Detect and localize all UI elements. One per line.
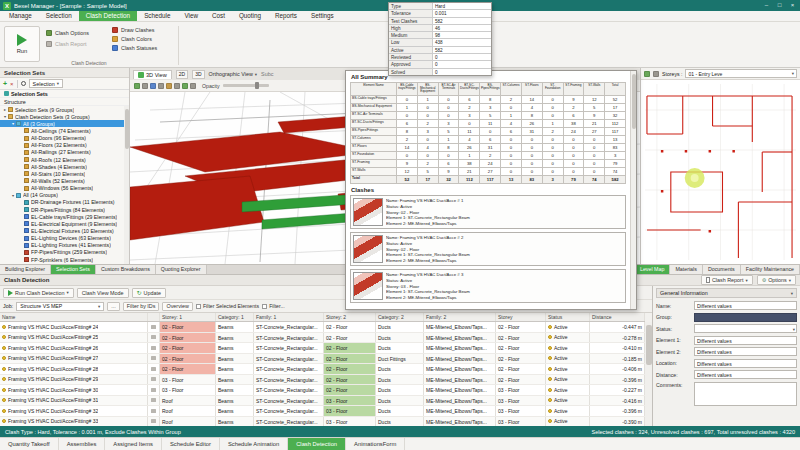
tab-facility-maintenance[interactable]: Facility Maintenance <box>741 265 800 274</box>
minimize-button[interactable]: – <box>762 1 771 10</box>
orbit-icon[interactable] <box>142 83 148 89</box>
field-input-name[interactable]: Different values <box>694 301 797 310</box>
tab-subcontractors-partial[interactable]: Subc <box>261 71 273 77</box>
tab-quantity-takeoff[interactable]: Quantity Takeoff <box>0 438 59 450</box>
filter-more-checkbox[interactable]: Filter... <box>262 303 285 309</box>
clash-options-button[interactable]: Clash Options <box>46 30 89 36</box>
field-input-location[interactable]: Different values <box>694 359 797 368</box>
field-input-group[interactable] <box>694 313 797 322</box>
maximize-button[interactable]: □ <box>775 1 784 10</box>
update-button[interactable]: ↻ Update <box>132 288 166 298</box>
tree-item-all-railings-27-elements[interactable]: All-Railings (27 Elements) <box>0 149 124 156</box>
tab-materials[interactable]: Materials <box>670 265 703 274</box>
clash-report-dropdown[interactable]: Clash Report ▾ <box>701 275 753 285</box>
tree-item-all-walls-52-elements[interactable]: All-Walls (52 Elements) <box>0 177 124 184</box>
selection-dropdown[interactable]: Selection ▾ <box>29 79 63 88</box>
add-icon[interactable]: + <box>3 80 7 87</box>
zoom-fit-icon[interactable] <box>166 83 172 89</box>
filter-ids-button[interactable]: Filter by IDs <box>123 302 160 311</box>
tree-item-el-lighting-devices-63-elements[interactable]: EL-Lighting Devices (63 Elements) <box>0 235 124 242</box>
tree-item-fp-pipes-fittings-259-elements[interactable]: FP-Pipes/Fittings (259 Elements) <box>0 249 124 256</box>
level-map-view[interactable] <box>641 80 800 264</box>
tab-assigned-items[interactable]: Assigned Items <box>105 438 162 450</box>
report-scrollbar[interactable] <box>630 71 636 309</box>
print-icon[interactable] <box>653 71 659 77</box>
structure-row[interactable]: Structure <box>0 98 129 106</box>
menu-item-cost[interactable]: Cost <box>205 11 232 21</box>
tree-item-el-cable-trays-fittings-29-elements[interactable]: EL-Cable trays/Fittings (29 Elements) <box>0 213 124 220</box>
tree-item-all-doors-96-elements[interactable]: All-Doors (96 Elements) <box>0 135 124 142</box>
clash-card[interactable]: Name: Framing VS HVAC Duct/Acce # 1Statu… <box>350 195 626 229</box>
field-input-element-1[interactable]: Different values <box>694 336 797 345</box>
clash-view-mode-button[interactable]: Clash View Mode <box>77 288 129 298</box>
general-information-dropdown[interactable]: General Information ▾ <box>656 288 797 298</box>
search-icon[interactable] <box>21 81 26 86</box>
tab-3d-view[interactable]: 3D View <box>133 70 172 79</box>
clash-row[interactable]: Framing VS HVAC Duct/Acce/Fitting# 2402 … <box>0 322 645 333</box>
job-select[interactable]: Structure VS MEP ▾ <box>16 302 104 311</box>
clash-row[interactable]: Framing VS HVAC Duct/Acce/Fitting# 2602 … <box>0 343 645 354</box>
clash-row[interactable]: Framing VS HVAC Duct/Acce/Fitting# 32Roo… <box>0 406 645 417</box>
clash-row[interactable]: Framing VS HVAC Duct/Acce/Fitting# 3003 … <box>0 385 645 396</box>
scrollbar-thumb[interactable] <box>125 109 129 149</box>
view-3d-button[interactable]: 3D <box>192 70 204 79</box>
overview-button[interactable]: Overview <box>162 302 192 311</box>
clash-row[interactable]: Framing VS HVAC Duct/Acce/Fitting# 2903 … <box>0 375 645 386</box>
tab-animationsform[interactable]: AnimationsForm <box>346 438 405 450</box>
tree-item-all-windows-56-elements[interactable]: All-Windows (56 Elements) <box>0 185 124 192</box>
tab-schedule-editor[interactable]: Schedule Editor <box>162 438 220 450</box>
run-clash-detection-button[interactable]: Run Clash Detection ▾ <box>3 288 74 298</box>
slider-thumb[interactable] <box>255 82 259 89</box>
selection-sets-root[interactable]: Selection Sets <box>0 90 129 98</box>
menu-item-reports[interactable]: Reports <box>268 11 304 21</box>
tab-assemblies[interactable]: Assemblies <box>59 438 106 450</box>
tree-scrollbar[interactable] <box>124 106 129 264</box>
field-input-distance[interactable]: Different values <box>694 370 797 379</box>
tab-documents[interactable]: Documents <box>703 265 741 274</box>
measure-icon[interactable] <box>182 83 188 89</box>
tab-clash-detection[interactable]: Clash Detection <box>288 438 346 450</box>
clash-statuses-button[interactable]: Clash Statuses <box>112 45 157 51</box>
tree-item-el-lighting-fixtures-41-elements[interactable]: EL-Lighting Fixtures (41 Elements) <box>0 242 124 249</box>
tab-building-explorer[interactable]: Building Explorer <box>0 265 51 274</box>
tab-schedule-animation[interactable]: Schedule Animation <box>220 438 288 450</box>
tree-item-all-ceilings-74-elements[interactable]: All-Ceilings (74 Elements) <box>0 127 124 134</box>
clash-card[interactable]: Name: Framing VS HVAC Duct/Acce # 2Statu… <box>350 232 626 266</box>
opacity-slider[interactable] <box>223 84 269 87</box>
more-button[interactable]: ... <box>107 302 120 311</box>
table-scrollbar[interactable] <box>645 322 652 426</box>
clash-row[interactable]: Framing VS HVAC Duct/Acce/Fitting# 2502 … <box>0 333 645 344</box>
storey-select[interactable]: 01 - Entry Leve ▾ <box>685 69 797 78</box>
view-mode-dropdown[interactable]: Orthographic View ▾ <box>209 71 258 77</box>
viewpoint-icon[interactable] <box>190 83 196 89</box>
close-button[interactable]: × <box>788 1 797 10</box>
pan-icon[interactable] <box>150 83 156 89</box>
tab-quoting-explorer[interactable]: Quoting Explorer <box>156 265 207 274</box>
tree-item-all-stairs-10-elements[interactable]: All-Stairs (10 Elements) <box>0 170 124 177</box>
tree-item-all-floors-32-elements[interactable]: All-Floors (32 Elements) <box>0 142 124 149</box>
clash-row[interactable]: Framing VS HVAC Duct/Acce/Fitting# 33Roo… <box>0 417 645 427</box>
menu-item-quoting[interactable]: Quoting <box>232 11 268 21</box>
menu-item-manage[interactable]: Manage <box>2 11 39 21</box>
tab-selection-sets[interactable]: Selection Sets <box>51 265 96 274</box>
tree-item-el-electrical-equipment-9-elements[interactable]: EL-Electrical Equipment (9 Elements) <box>0 220 124 227</box>
tree-item-fp-sprinklers-6-elements[interactable]: FP-Sprinklers (6 Elements) <box>0 256 124 263</box>
field-input-element-2[interactable]: Different values <box>694 347 797 356</box>
menu-item-clash-detection[interactable]: Clash Detection <box>79 11 137 21</box>
clash-row[interactable]: Framing VS HVAC Duct/Acce/Fitting# 2802 … <box>0 364 645 375</box>
field-input-comments[interactable] <box>694 382 797 406</box>
tree-item-all-14-groups[interactable]: ▾All (14 Groups) <box>0 192 124 199</box>
section-box-icon[interactable] <box>174 83 180 89</box>
tree-item-all-3-groups[interactable]: ▾All (3 Groups) <box>0 120 124 127</box>
refresh-icon[interactable] <box>644 71 650 77</box>
clash-row[interactable]: Framing VS HVAC Duct/Acce/Fitting# 2702 … <box>0 354 645 365</box>
field-input-status[interactable]: ▾ <box>694 324 797 333</box>
tab-level-map[interactable]: Level Map <box>635 265 670 274</box>
clash-row[interactable]: Framing VS HVAC Duct/Acce/Fitting# 31Roo… <box>0 396 645 407</box>
tree-item-all-shades-4-elements[interactable]: All-Shades (4 Elements) <box>0 163 124 170</box>
clash-report-button[interactable]: Clash Report <box>46 41 89 47</box>
menu-item-selection[interactable]: Selection <box>39 11 79 21</box>
run-button[interactable]: Run <box>4 26 40 62</box>
zoom-window-icon[interactable] <box>158 83 164 89</box>
menu-item-schedule[interactable]: Schedule <box>137 11 177 21</box>
